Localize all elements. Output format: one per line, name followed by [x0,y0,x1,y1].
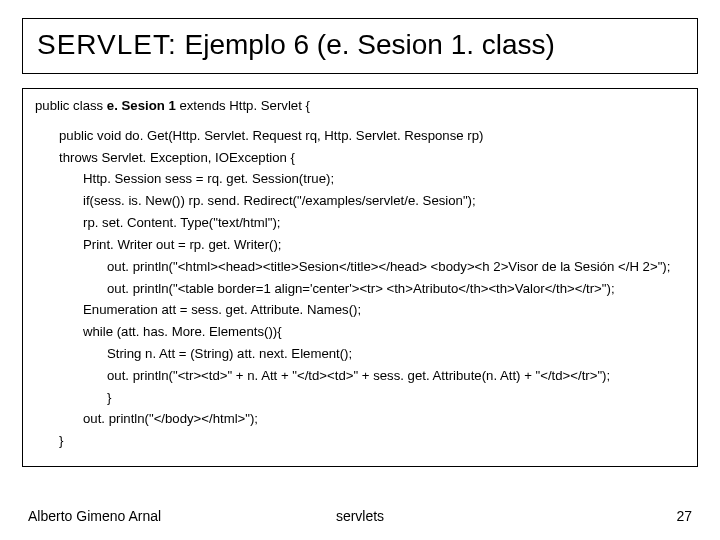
code-line: out. println("<html><head><title>Sesion<… [35,258,685,276]
title-rest: Ejemplo 6 (e. Sesion 1. class) [177,29,555,60]
code-line: } [35,432,685,450]
title-box: SERVLET: Ejemplo 6 (e. Sesion 1. class) [22,18,698,74]
code-line: out. println("</body></html>"); [35,410,685,428]
code-line: out. println("<tr><td>" + n. Att + "</td… [35,367,685,385]
code-line: throws Servlet. Exception, IOException { [35,149,685,167]
slide-title: SERVLET: Ejemplo 6 (e. Sesion 1. class) [37,29,555,60]
code-line: Print. Writer out = rp. get. Writer(); [35,236,685,254]
code-line: String n. Att = (String) att. next. Elem… [35,345,685,363]
code-line: public class e. Sesion 1 extends Http. S… [35,97,685,115]
code-line: out. println("<table border=1 align='cen… [35,280,685,298]
code-line: while (att. has. More. Elements()){ [35,323,685,341]
code-text: extends Http. Servlet { [176,98,310,113]
slide: SERVLET: Ejemplo 6 (e. Sesion 1. class) … [0,0,720,540]
code-line: Http. Session sess = rq. get. Session(tr… [35,170,685,188]
title-prefix: SERVLET: [37,29,177,60]
code-classname: e. Sesion 1 [107,98,176,113]
code-line: rp. set. Content. Type("text/html"); [35,214,685,232]
code-line: } [35,389,685,407]
code-box: public class e. Sesion 1 extends Http. S… [22,88,698,467]
code-text: public class [35,98,107,113]
code-line: public void do. Get(Http. Servlet. Reque… [35,127,685,145]
blank-line [35,119,685,123]
footer: Alberto Gimeno Arnal servlets 27 [0,508,720,524]
code-line: Enumeration att = sess. get. Attribute. … [35,301,685,319]
footer-topic: servlets [0,508,720,524]
code-line: if(sess. is. New()) rp. send. Redirect("… [35,192,685,210]
